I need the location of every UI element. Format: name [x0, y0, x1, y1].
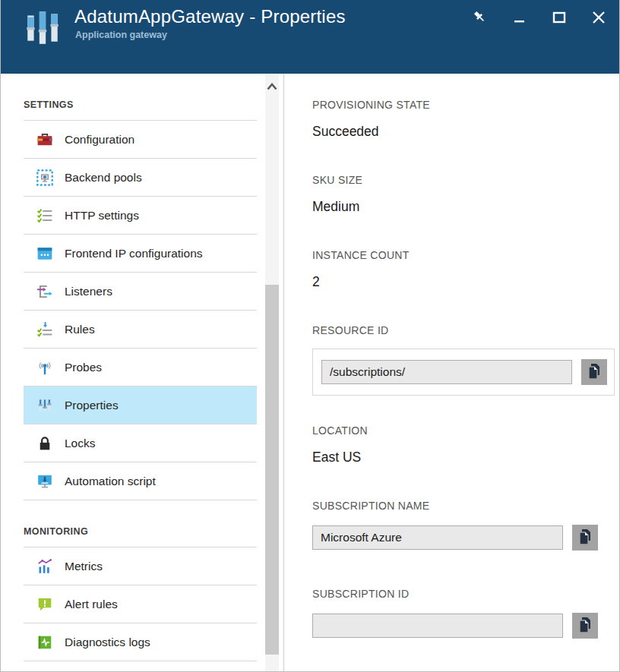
subscription-name-input[interactable]: [312, 525, 563, 550]
frontend-ip-icon: [36, 245, 53, 262]
sidebar-item-label: Frontend IP configurations: [65, 247, 203, 260]
sidebar-item-label: Properties: [65, 399, 119, 412]
field-label: SKU SIZE: [312, 174, 619, 186]
sidebar-item-http-settings[interactable]: HTTP settings: [24, 197, 257, 235]
field-label: LOCATION: [312, 424, 619, 437]
sidebar-item-label: Automation script: [65, 475, 156, 488]
sidebar-item-label: Backend pools: [65, 171, 142, 185]
scroll-up-icon[interactable]: [265, 78, 279, 95]
minimize-icon[interactable]: [510, 8, 530, 27]
sidebar-item-label: Alert rules: [65, 598, 118, 611]
maximize-icon[interactable]: [549, 8, 569, 27]
field-value: East US: [312, 450, 619, 465]
section-header-settings: SETTINGS: [24, 99, 264, 120]
pin-icon[interactable]: [470, 8, 490, 27]
copy-icon: [577, 617, 593, 636]
window-controls: [470, 8, 609, 27]
settings-list: Configuration Backend pools: [24, 120, 257, 500]
properties-icon: [36, 397, 53, 414]
copy-icon: [587, 363, 602, 382]
close-icon[interactable]: [589, 8, 609, 27]
field-sku-size: SKU SIZE Medium: [312, 174, 619, 214]
field-label: SUBSCRIPTION ID: [312, 588, 619, 600]
subscription-id-input[interactable]: [312, 614, 563, 638]
sidebar-item-label: Configuration: [65, 133, 134, 147]
scrollbar-thumb[interactable]: [265, 285, 279, 655]
probes-icon: [36, 359, 53, 376]
resource-id-input[interactable]: [321, 360, 572, 384]
sidebar-item-automation-script[interactable]: Automation script: [24, 462, 257, 500]
toolbox-icon: [36, 131, 53, 148]
field-resource-id: RESOURCE ID: [312, 324, 619, 396]
copy-button[interactable]: [572, 525, 598, 551]
backend-pools-icon: [36, 169, 53, 186]
copy-button[interactable]: [572, 613, 598, 639]
sidebar-item-label: HTTP settings: [65, 209, 139, 222]
field-label: RESOURCE ID: [312, 324, 619, 336]
sidebar-item-probes[interactable]: Probes: [24, 349, 257, 386]
properties-panel: PROVISIONING STATE Succeeded SKU SIZE Me…: [283, 74, 619, 672]
sidebar-item-properties[interactable]: Properties: [24, 386, 257, 424]
listeners-icon: [36, 283, 53, 300]
sidebar-item-metrics[interactable]: Metrics: [24, 547, 257, 585]
sidebar-item-label: Rules: [65, 323, 95, 336]
sidebar-item-locks[interactable]: Locks: [24, 424, 257, 462]
field-label: PROVISIONING STATE: [312, 99, 619, 111]
automation-script-icon: [36, 473, 53, 490]
diagnostics-logs-icon: [36, 634, 53, 651]
copy-icon: [577, 528, 593, 547]
sidebar-item-alert-rules[interactable]: Alert rules: [24, 585, 257, 623]
properties-blade-window: AdatumAppGateway - Properties Applicatio…: [0, 0, 620, 672]
application-gateway-icon: [22, 6, 63, 50]
section-header-monitoring: MONITORING: [24, 526, 264, 547]
field-value: Medium: [312, 199, 619, 214]
field-value: 2: [312, 274, 619, 289]
lock-icon: [36, 435, 53, 452]
rules-icon: [36, 321, 53, 338]
sidebar-item-label: Probes: [65, 361, 102, 374]
copy-button[interactable]: [581, 359, 607, 385]
sidebar-item-listeners[interactable]: Listeners: [24, 273, 257, 311]
sidebar-item-frontend-ip-configurations[interactable]: Frontend IP configurations: [24, 235, 257, 273]
sidebar-item-label: Diagnostics logs: [65, 636, 150, 649]
blade-titlebar: AdatumAppGateway - Properties Applicatio…: [1, 0, 619, 74]
field-value: Succeeded: [312, 124, 619, 139]
sidebar-item-label: Metrics: [65, 560, 103, 573]
field-label: SUBSCRIPTION NAME: [312, 500, 619, 512]
field-subscription-id: SUBSCRIPTION ID: [312, 588, 619, 639]
sidebar-item-backend-pools[interactable]: Backend pools: [24, 159, 257, 197]
sidebar-item-label: Listeners: [65, 285, 112, 298]
blade-subtitle: Application gateway: [75, 30, 167, 40]
resource-id-focus-box: [312, 349, 615, 396]
blade-title: AdatumAppGateway - Properties: [74, 6, 346, 27]
http-settings-icon: [36, 207, 53, 224]
sidebar-item-configuration[interactable]: Configuration: [24, 121, 257, 159]
sidebar-item-label: Locks: [65, 437, 96, 450]
sidebar-scrollbar[interactable]: [265, 74, 279, 672]
alert-rules-icon: [36, 596, 53, 613]
sidebar-item-diagnostics-logs[interactable]: Diagnostics logs: [24, 623, 257, 661]
settings-sidebar: SETTINGS Configuration: [1, 74, 264, 672]
metrics-icon: [36, 558, 53, 575]
field-location: LOCATION East US: [312, 424, 619, 465]
field-instance-count: INSTANCE COUNT 2: [312, 249, 619, 289]
field-label: INSTANCE COUNT: [312, 249, 619, 261]
sidebar-item-rules[interactable]: Rules: [24, 311, 257, 349]
monitoring-list: Metrics Alert rules: [24, 547, 257, 661]
field-provisioning-state: PROVISIONING STATE Succeeded: [312, 99, 619, 139]
field-subscription-name: SUBSCRIPTION NAME: [312, 500, 619, 551]
